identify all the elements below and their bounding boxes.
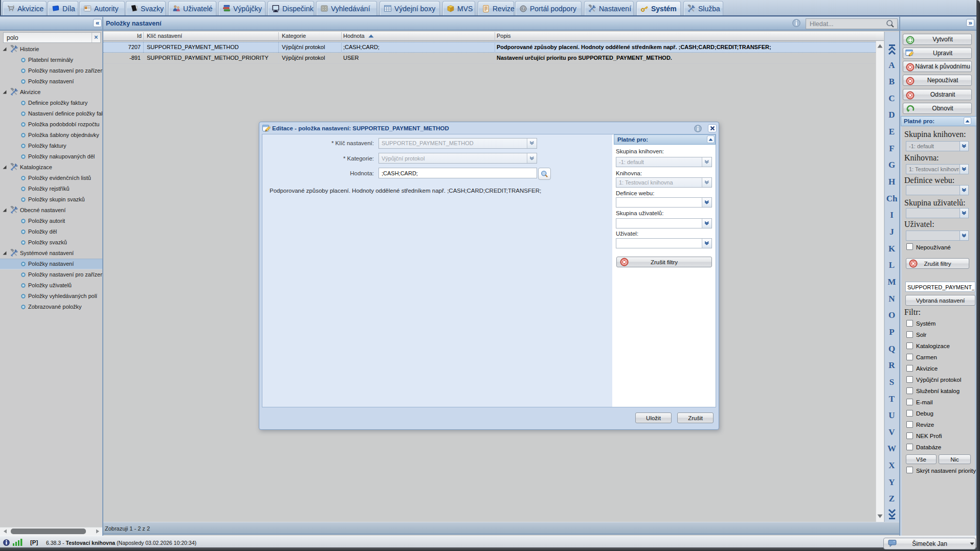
svg-text:?: ? [522,6,524,11]
